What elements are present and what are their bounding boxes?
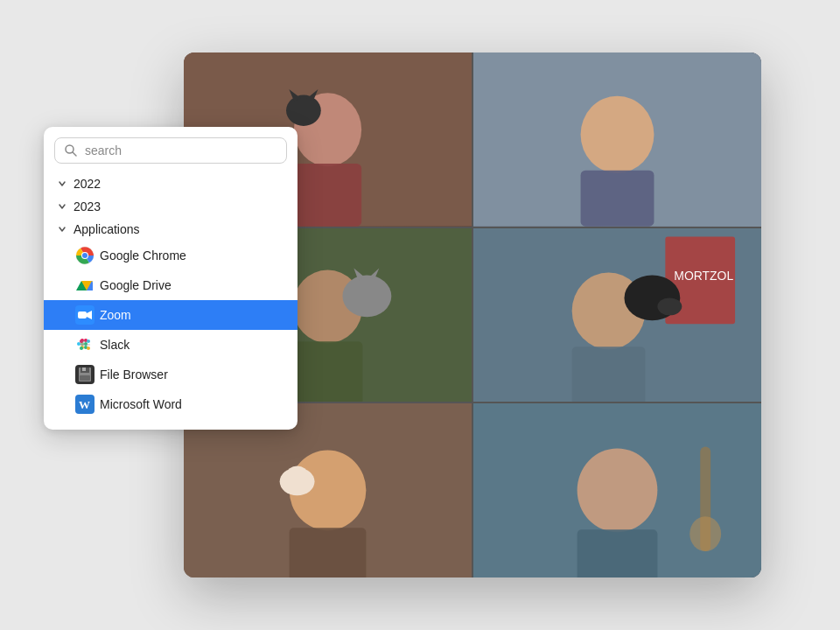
svg-rect-24 [290,528,367,578]
video-cell-2 [473,52,761,227]
svg-point-28 [578,449,658,533]
svg-rect-47 [78,312,87,318]
search-box[interactable]: search [54,137,287,164]
video-cell-6 [473,403,761,578]
video-cell-5 [184,403,472,578]
svg-rect-11 [293,341,363,402]
svg-marker-14 [369,268,379,280]
year-2023-item[interactable]: 2023 [44,195,298,218]
file-browser-icon [75,365,94,384]
svg-point-12 [342,275,391,317]
search-placeholder: search [85,144,122,158]
file-browser-item[interactable]: File Browser [44,360,298,389]
dropdown-panel: search 2022 2023 Applications [44,127,298,430]
year-2023-label: 2023 [74,200,101,214]
svg-text:W: W [79,398,90,411]
chevron-applications-icon [56,223,68,235]
svg-rect-62 [80,340,90,342]
drive-icon [75,276,94,295]
svg-point-3 [286,95,321,126]
svg-line-33 [73,152,76,156]
svg-rect-2 [294,164,361,227]
zoom-item[interactable]: Zoom [44,300,298,330]
slack-item[interactable]: Slack [44,330,298,360]
google-drive-label: Google Drive [100,278,172,292]
svg-point-21 [657,298,682,315]
svg-marker-4 [289,89,301,101]
google-chrome-item[interactable]: Google Chrome [44,241,298,270]
search-icon [64,144,78,158]
microsoft-word-label: Microsoft Word [100,397,182,411]
svg-point-7 [581,96,654,173]
svg-rect-63 [80,344,90,346]
chrome-icon [75,246,94,265]
svg-point-10 [293,270,363,343]
svg-point-60 [80,346,83,350]
video-cell-4: MORTZOL [473,228,761,402]
svg-rect-22 [184,403,472,578]
chevron-2022-icon [56,178,68,190]
svg-point-23 [290,451,367,531]
svg-point-18 [572,272,646,349]
slack-label: Slack [100,338,130,352]
svg-point-26 [287,466,308,484]
svg-point-1 [294,93,361,166]
google-drive-item[interactable]: Google Drive [44,270,298,300]
svg-rect-27 [473,403,761,578]
svg-point-36 [82,253,88,258]
zoom-label: Zoom [100,308,131,322]
svg-rect-68 [80,375,90,381]
svg-rect-8 [581,171,654,227]
svg-point-31 [690,517,721,552]
svg-rect-16 [665,236,735,324]
search-container: search [44,137,298,172]
svg-text:MORTZOL: MORTZOL [674,269,733,283]
file-browser-label: File Browser [100,368,168,382]
year-2022-label: 2022 [74,177,101,191]
chevron-2023-icon [56,200,68,213]
year-2022-item[interactable]: 2022 [44,172,298,195]
svg-marker-5 [306,89,318,101]
applications-item[interactable]: Applications [44,218,298,241]
svg-rect-67 [82,368,86,371]
svg-rect-19 [572,346,646,402]
microsoft-word-item[interactable]: W Microsoft Word [44,389,298,419]
applications-label: Applications [74,222,140,236]
svg-rect-6 [473,52,761,227]
slack-icon [75,335,94,354]
microsoft-word-icon: W [75,395,94,414]
google-chrome-label: Google Chrome [100,248,186,262]
svg-point-61 [87,346,90,350]
svg-rect-15 [473,228,761,402]
svg-point-20 [624,275,680,320]
svg-point-25 [280,468,315,496]
svg-rect-29 [578,530,658,578]
svg-rect-30 [700,447,710,552]
zoom-icon [75,305,94,325]
svg-marker-13 [354,268,364,280]
